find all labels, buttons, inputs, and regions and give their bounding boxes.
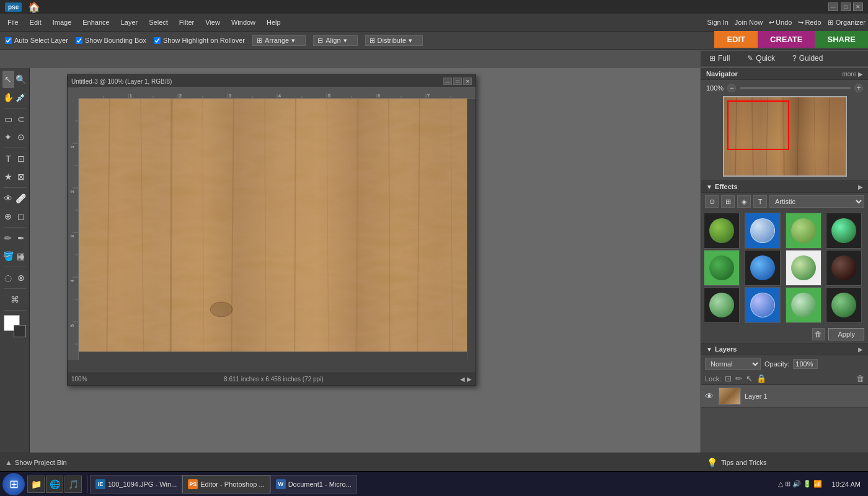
canvas-horizontal-scrollbar[interactable] — [79, 352, 467, 360]
nav-zoom-minus-button[interactable]: − — [727, 84, 736, 92]
gradient-tool[interactable]: ▦ — [15, 247, 27, 265]
nav-zoom-slider[interactable] — [740, 87, 851, 89]
tab-share[interactable]: SHARE — [815, 31, 868, 48]
taskbar-app-ie[interactable]: IE 100_1094.JPG - Win... — [90, 475, 182, 494]
sign-in-button[interactable]: Sign In — [707, 19, 728, 26]
doc-close-button[interactable]: ✕ — [463, 78, 472, 85]
effects-apply-button[interactable]: Apply — [828, 328, 864, 340]
blur-tool[interactable]: ◌ — [2, 269, 15, 286]
lock-all-button[interactable]: 🔒 — [756, 374, 766, 383]
subtab-quick[interactable]: ✎ Quick — [738, 51, 784, 66]
canvas-vertical-scrollbar[interactable] — [467, 99, 476, 360]
effect-thumb-8[interactable] — [826, 250, 862, 286]
zoom-tool[interactable]: 🔍 — [15, 71, 27, 88]
cookie-cutter-tool[interactable]: ⊠ — [15, 168, 27, 185]
lock-brush-button[interactable]: ✏ — [735, 374, 742, 383]
effect-thumb-9[interactable] — [704, 287, 740, 323]
selection-brush-tool[interactable]: ⊙ — [15, 128, 27, 146]
clone-stamp-tool[interactable]: ⊕ — [2, 208, 15, 225]
sponge-tool[interactable]: ⊗ — [15, 269, 27, 286]
join-now-button[interactable]: Join Now — [735, 19, 763, 26]
spot-heal-tool[interactable]: 🩹 — [15, 190, 27, 207]
effect-thumb-1[interactable] — [704, 213, 740, 249]
organizer-button[interactable]: ⊞ Organizer — [828, 19, 866, 27]
taskbar-app-word[interactable]: W Document1 - Micro... — [270, 475, 357, 494]
menu-filter[interactable]: Filter — [174, 17, 199, 28]
smart-brush-tool[interactable]: ⌘ — [2, 291, 27, 308]
menu-enhance[interactable]: Enhance — [78, 17, 114, 28]
effects-photo-effects-button[interactable]: ⊙ — [705, 195, 719, 208]
menu-view[interactable]: View — [200, 17, 225, 28]
taskbar-icon-explorer[interactable]: 📁 — [27, 476, 45, 493]
undo-button[interactable]: ↩ Undo — [769, 19, 792, 27]
effect-thumb-4[interactable] — [826, 213, 862, 249]
effect-thumb-5[interactable] — [704, 250, 740, 286]
show-highlight-check[interactable]: Show Highlight on Rollover — [154, 37, 245, 44]
effects-more-button[interactable]: ▶ — [858, 184, 863, 190]
move-tool[interactable]: ↖ — [2, 71, 15, 88]
minimize-button[interactable]: — — [828, 2, 838, 11]
taskbar-icon-ie[interactable]: 🌐 — [46, 476, 63, 493]
navigator-more[interactable]: more ▶ — [842, 71, 863, 78]
arrange-dropdown[interactable]: ⊞ Arrange▾ — [252, 35, 306, 46]
effect-thumb-11[interactable] — [786, 287, 822, 323]
menu-edit[interactable]: Edit — [25, 17, 46, 28]
effect-thumb-12[interactable] — [826, 287, 862, 323]
effects-photo-text-button[interactable]: T — [753, 195, 767, 208]
effects-filters-button[interactable]: ◈ — [737, 195, 751, 208]
eraser-tool[interactable]: ◻ — [15, 208, 27, 225]
menu-file[interactable]: File — [2, 17, 24, 28]
auto-select-layer-check[interactable]: Auto Select Layer — [5, 37, 68, 44]
effect-thumb-3[interactable] — [786, 213, 822, 249]
menu-image[interactable]: Image — [48, 17, 77, 28]
tab-create[interactable]: CREATE — [758, 31, 815, 48]
opacity-input[interactable] — [793, 359, 818, 369]
blend-mode-dropdown[interactable]: Normal — [705, 358, 761, 370]
color-swatch[interactable] — [4, 315, 26, 337]
redo-button[interactable]: ↪ Redo — [798, 19, 821, 27]
effect-thumb-2[interactable] — [745, 213, 781, 249]
brush-tool[interactable]: ✏ — [2, 229, 15, 247]
layer-visibility-toggle[interactable]: 👁 — [705, 391, 715, 401]
layer-delete-button[interactable]: 🗑 — [856, 374, 864, 383]
layer-row[interactable]: 👁 Layer 1 — [701, 385, 868, 408]
home-button[interactable]: 🏠 — [28, 1, 40, 13]
background-color[interactable] — [14, 325, 26, 337]
lasso-tool[interactable]: ⊂ — [15, 110, 27, 128]
effect-thumb-7[interactable] — [786, 250, 822, 286]
project-bin-label[interactable]: Show Project Bin — [15, 459, 67, 466]
show-bounding-box-check[interactable]: Show Bounding Box — [76, 37, 146, 44]
pencil-tool[interactable]: ✒ — [15, 229, 27, 247]
distribute-dropdown[interactable]: ⊞ Distribute▾ — [365, 35, 423, 46]
nav-zoom-plus-button[interactable]: + — [854, 84, 863, 92]
effect-thumb-6[interactable] — [745, 250, 781, 286]
layers-more-button[interactable]: ▶ — [858, 346, 863, 353]
taskbar-icon-media[interactable]: 🎵 — [64, 476, 82, 493]
effects-delete-button[interactable]: 🗑 — [812, 328, 825, 340]
eyedropper-tool[interactable]: 💉 — [15, 89, 27, 106]
close-button[interactable]: ✕ — [853, 2, 863, 11]
menu-window[interactable]: Window — [226, 17, 260, 28]
redeye-tool[interactable]: 👁 — [2, 190, 15, 207]
effects-layer-styles-button[interactable]: ⊞ — [721, 195, 735, 208]
tab-edit[interactable]: EDIT — [714, 31, 758, 48]
layers-collapse-arrow[interactable]: ▼ — [706, 346, 712, 353]
effects-collapse-arrow[interactable]: ▼ — [706, 184, 712, 190]
hand-tool[interactable]: ✋ — [2, 89, 15, 106]
maximize-button[interactable]: □ — [841, 2, 851, 11]
subtab-guided[interactable]: ? Guided — [784, 51, 831, 66]
menu-select[interactable]: Select — [144, 17, 173, 28]
start-button[interactable]: ⊞ — [2, 473, 25, 495]
subtab-full[interactable]: ⊞ Full — [701, 51, 738, 66]
menu-help[interactable]: Help — [262, 17, 286, 28]
doc-maximize-button[interactable]: □ — [453, 78, 462, 85]
type-tool[interactable]: T — [2, 150, 15, 167]
menu-layer[interactable]: Layer — [116, 17, 143, 28]
effect-thumb-10[interactable] — [745, 287, 781, 323]
lock-move-button[interactable]: ↖ — [746, 374, 753, 383]
paint-bucket-tool[interactable]: 🪣 — [2, 247, 15, 265]
align-dropdown[interactable]: ⊟ Align▾ — [313, 35, 357, 46]
nav-arrows[interactable]: ◀ ▶ — [460, 376, 472, 383]
lock-transparency-button[interactable]: ⊡ — [725, 374, 732, 383]
taskbar-app-pse[interactable]: PS Editor - Photoshop ... — [182, 475, 270, 494]
